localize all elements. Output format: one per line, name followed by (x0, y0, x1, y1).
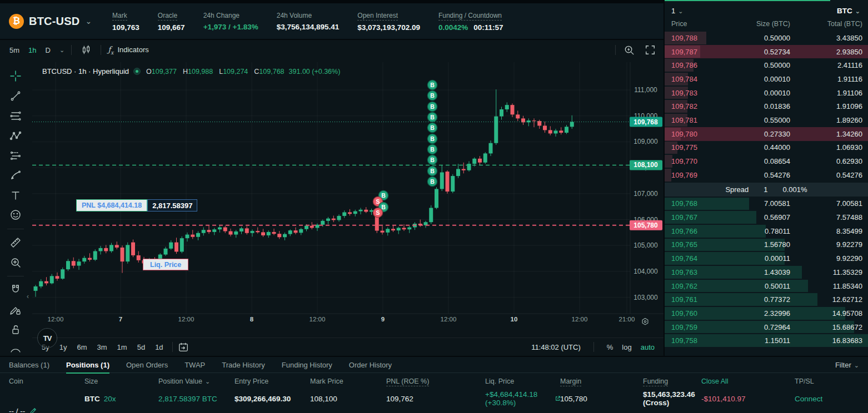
fx-icon: ƒx (108, 45, 113, 56)
ask-row[interactable]: 109,7860.500002.41116 (665, 58, 868, 72)
column-header-close-all[interactable]: Close All (701, 377, 729, 385)
column-header-entry-price: Entry Price (235, 377, 268, 385)
interval-button-5m[interactable]: 5m (6, 44, 23, 56)
tick-size-selector[interactable]: 1⌄ (671, 7, 683, 15)
chart-clock[interactable]: 11:48:02 (UTC) (531, 343, 581, 351)
bid-row[interactable]: 109,7631.4303911.35329 (665, 265, 868, 279)
svg-text:12:00: 12:00 (441, 316, 457, 323)
interval-dropdown-icon[interactable]: ⌄ (59, 47, 64, 54)
bid-row[interactable]: 109,7687.005817.00581 (665, 197, 868, 211)
spread-label: Spread (725, 185, 749, 194)
bid-row[interactable]: 109,7660.780118.35499 (665, 224, 868, 238)
position-row: BTC20x 2,817.58397 BTC $309,266,469.30 1… (0, 390, 868, 407)
margin-cell: $15,463,323.46 (Cross) (643, 390, 701, 407)
tab-open-orders[interactable]: Open Orders (126, 361, 168, 374)
legend-ohlc: L109,274 (219, 68, 248, 75)
range-button-5d[interactable]: 5d (133, 342, 149, 352)
stat-value: +1,973 / +1.83% (203, 23, 258, 31)
indicators-button[interactable]: ƒx Indicators (108, 45, 149, 56)
interval-button-D[interactable]: D (42, 44, 54, 56)
ask-row[interactable]: 109,7750.440001.06930 (665, 141, 868, 155)
svg-text:21:00: 21:00 (619, 316, 635, 323)
pair-selector[interactable]: ₿ BTC-USD ⌄ (9, 14, 104, 29)
tab-order-history[interactable]: Order History (349, 361, 392, 374)
ask-row[interactable]: 109,7810.550001.89260 (665, 113, 868, 127)
tab-positions-[interactable]: Positions (1) (66, 361, 109, 374)
column-header-funding: Funding (643, 377, 668, 385)
bid-row[interactable]: 109,7620.5001111.85340 (665, 279, 868, 293)
ask-row[interactable]: 109,7690.542760.54276 (665, 168, 868, 182)
stat-value: 109,667 (158, 23, 185, 32)
edit-pencil-icon[interactable] (29, 407, 37, 413)
magnet-tool-icon[interactable] (6, 284, 25, 296)
market-stat: 24h Volume$3,756,134,895.41 (277, 11, 340, 31)
tab-trade-history[interactable]: Trade History (222, 361, 265, 374)
column-header-position-value[interactable]: Position Value⌄ (158, 377, 210, 385)
candle-style-button[interactable] (78, 43, 94, 57)
filter-button[interactable]: Filter⌄ (835, 361, 859, 369)
range-button-1y[interactable]: 1y (56, 342, 71, 352)
zoom-in-tool-icon[interactable] (6, 256, 25, 269)
bid-row[interactable]: 109,7640.000119.92290 (665, 251, 868, 265)
pattern-tool-icon[interactable] (6, 129, 25, 142)
bid-row[interactable]: 109,7651.567809.92279 (665, 238, 868, 252)
ask-row[interactable]: 109,7700.086540.62930 (665, 154, 868, 168)
svg-text:109,768: 109,768 (633, 118, 658, 126)
ask-row[interactable]: 109,7880.500003.43850 (665, 31, 868, 45)
unit-selector[interactable]: BTC⌄ (837, 7, 860, 15)
emoji-tool-icon[interactable] (6, 209, 25, 221)
ask-row[interactable]: 109,7820.018361.91096 (665, 99, 868, 113)
unlock-tool-icon[interactable] (6, 324, 25, 336)
scale-button-%[interactable]: % (607, 343, 613, 351)
liq-price-flag[interactable]: Liq. Price (143, 259, 188, 270)
bid-row[interactable]: 109,7581.1501116.83683 (665, 334, 868, 347)
pnl-position-flag[interactable]: PNL $4,684,414.18 2,817.58397 (76, 199, 197, 211)
position-value-cell: $309,266,469.30 (235, 395, 310, 403)
connect-action[interactable]: Connect (795, 395, 868, 403)
pnl-flag-label: PNL $4,684,414.18 (76, 199, 147, 211)
flash-search-icon[interactable] (621, 43, 637, 57)
bid-row[interactable]: 109,7610.7737212.62712 (665, 293, 868, 306)
size-cell: 2,817.58397 BTC (158, 395, 235, 403)
svg-text:8: 8 (250, 316, 254, 323)
range-button-1m[interactable]: 1m (113, 342, 131, 352)
range-button-1d[interactable]: 1d (151, 342, 167, 352)
brush-tool-icon[interactable] (6, 169, 25, 182)
tradingview-logo[interactable]: TV (37, 328, 57, 348)
text-tool-icon[interactable] (6, 189, 25, 202)
fullscreen-icon[interactable] (642, 43, 658, 57)
bid-row[interactable]: 109,7670.569077.57488 (665, 210, 868, 224)
goto-date-icon[interactable] (178, 341, 189, 352)
scale-button-auto[interactable]: auto (641, 343, 655, 351)
hide-drawings-tool-icon[interactable] (6, 343, 25, 356)
orderbook-column-headers: Price Size (BTC) Total (BTC) (665, 18, 868, 31)
ask-row[interactable]: 109,7800.273301.34260 (665, 127, 868, 141)
spread-percent: 0.001% (783, 185, 807, 194)
tab-funding-history[interactable]: Funding History (282, 361, 332, 374)
tab-twap[interactable]: TWAP (184, 361, 205, 374)
bid-row[interactable]: 109,7602.3299614.95708 (665, 306, 868, 320)
axis-settings-gear-icon[interactable] (640, 317, 650, 329)
crosshair-tool-icon[interactable] (6, 70, 25, 83)
measure-tool-icon[interactable] (6, 236, 25, 249)
interval-button-1h[interactable]: 1h (24, 44, 40, 56)
projection-tool-icon[interactable] (6, 149, 25, 162)
stat-label: Open Interest (357, 12, 398, 21)
bid-row[interactable]: 109,7590.7296415.68672 (665, 320, 868, 334)
scale-button-log[interactable]: log (622, 343, 631, 351)
range-button-6m[interactable]: 6m (73, 342, 91, 352)
collapse-toolbar-icon[interactable]: ‹ (27, 293, 29, 300)
toolbar-divider (7, 276, 24, 276)
trendline-tool-icon[interactable] (6, 90, 25, 103)
ask-row[interactable]: 109,7840.000101.91116 (665, 72, 868, 86)
ask-row[interactable]: 109,7830.000101.91106 (665, 86, 868, 100)
pnl-flag-size: 2,817.58397 (147, 199, 197, 211)
fib-retracement-tool-icon[interactable] (6, 109, 25, 122)
svg-text:B: B (430, 135, 435, 142)
ask-row[interactable]: 109,7870.527342.93850 (665, 45, 868, 59)
drawing-lock-tool-icon[interactable] (6, 304, 25, 316)
tab-balances-[interactable]: Balances (1) (9, 361, 49, 374)
drawing-toolbar (0, 62, 31, 356)
range-button-3m[interactable]: 3m (93, 342, 111, 352)
external-link-icon[interactable] (555, 395, 560, 402)
